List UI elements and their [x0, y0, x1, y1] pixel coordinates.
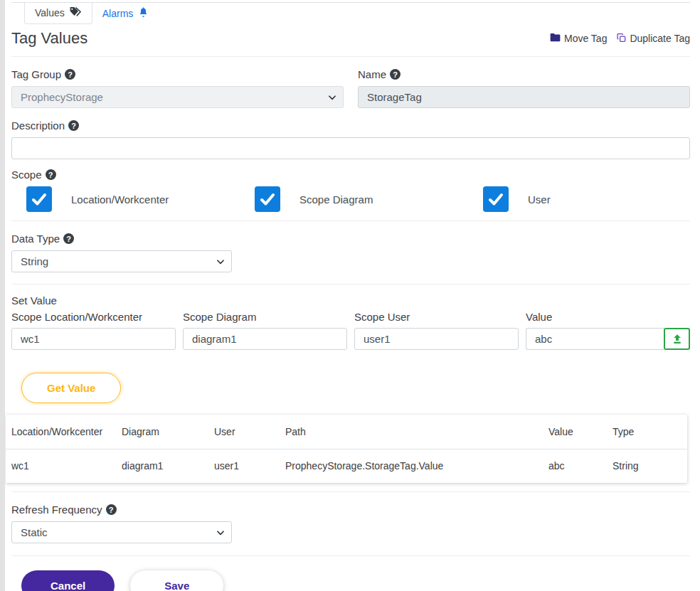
tab-alarms-label: Alarms — [102, 8, 134, 19]
check-icon — [487, 191, 504, 208]
scope-option-label: User — [528, 193, 551, 206]
description-label-row: Description — [11, 119, 690, 132]
taggroup-name-row: Tag Group ProphecyStorage Name — [11, 57, 690, 108]
scope-option-label: Scope Diagram — [299, 193, 373, 206]
value-label: Value — [526, 311, 690, 323]
scope-diagram-input[interactable] — [183, 328, 347, 350]
data-type-select[interactable]: String — [11, 250, 232, 272]
table-row: wc1 diagram1 user1 ProphecyStorage.Stora… — [6, 449, 687, 483]
scope-location-workcenter-label: Scope Location/Workcenter — [11, 311, 176, 323]
data-type-label: Data Type — [11, 233, 60, 245]
scope-diagram-checkbox[interactable] — [255, 186, 280, 212]
name-label: Name — [358, 68, 386, 80]
tab-values[interactable]: Values — [24, 3, 92, 24]
question-circle-icon[interactable] — [390, 69, 401, 80]
user-checkbox[interactable] — [483, 186, 509, 212]
scope-options: Location/Workcenter Scope Diagram User — [11, 186, 690, 212]
divider — [11, 555, 690, 556]
refresh-frequency-label: Refresh Frequency — [11, 504, 102, 516]
col-value: Value — [543, 415, 607, 449]
scope-user-label: Scope User — [354, 311, 519, 323]
title-row: Tag Values Move Tag Duplicate Tag — [11, 29, 690, 48]
col-diagram: Diagram — [116, 415, 208, 449]
duplicate-tag-label: Duplicate Tag — [630, 33, 690, 44]
scope-label: Scope — [11, 169, 42, 181]
save-button[interactable]: Save — [130, 570, 223, 591]
question-circle-icon[interactable] — [63, 233, 74, 244]
col-user: User — [208, 415, 280, 449]
name-input — [358, 86, 690, 108]
scope-option-location-workcenter: Location/Workcenter — [11, 186, 240, 212]
value-upload-button[interactable] — [664, 328, 690, 350]
question-circle-icon[interactable] — [65, 69, 75, 80]
divider — [11, 220, 690, 221]
scope-diagram-label: Scope Diagram — [183, 311, 347, 323]
page-title: Tag Values — [11, 29, 88, 48]
form-actions: Cancel Save — [21, 570, 690, 591]
move-tag-label: Move Tag — [564, 33, 607, 44]
get-value-button[interactable]: Get Value — [21, 373, 121, 403]
move-tag-button[interactable]: Move Tag — [550, 33, 607, 44]
scope-location-workcenter-input[interactable] — [11, 328, 176, 350]
folder-icon — [550, 33, 561, 44]
location-workcenter-checkbox[interactable] — [26, 186, 52, 212]
tag-group-label: Tag Group — [11, 68, 61, 80]
header-actions: Move Tag Duplicate Tag — [550, 33, 690, 45]
cell-value: abc — [543, 449, 607, 483]
cell-user: user1 — [208, 449, 280, 483]
copy-icon — [617, 33, 626, 45]
tags-icon — [70, 6, 82, 19]
name-label-row: Name — [358, 68, 690, 80]
refresh-frequency-select[interactable]: Static — [11, 521, 232, 543]
scope-user-input[interactable] — [354, 328, 519, 350]
divider — [11, 284, 690, 284]
scope-label-row: Scope — [11, 169, 690, 181]
cell-path: ProphecyStorage.StorageTag.Value — [280, 449, 543, 483]
left-rail — [0, 0, 5, 591]
col-path: Path — [280, 415, 543, 449]
cell-diagram: diagram1 — [116, 449, 208, 483]
refresh-frequency-label-row: Refresh Frequency — [11, 504, 690, 516]
table-header-row: Location/Workcenter Diagram User Path Va… — [6, 415, 687, 449]
col-type: Type — [607, 415, 687, 449]
divider — [11, 491, 690, 492]
duplicate-tag-button[interactable]: Duplicate Tag — [617, 33, 690, 45]
check-icon — [259, 191, 276, 208]
question-circle-icon[interactable] — [46, 169, 56, 180]
upload-icon — [672, 334, 683, 345]
page-content: Values Alarms Tag Values — [5, 2, 700, 591]
col-location-workcenter: Location/Workcenter — [6, 415, 116, 449]
tab-values-label: Values — [35, 7, 65, 18]
cancel-button[interactable]: Cancel — [21, 570, 115, 591]
scope-option-diagram: Scope Diagram — [240, 186, 468, 212]
results-table-card: Location/Workcenter Diagram User Path Va… — [6, 415, 687, 483]
question-circle-icon[interactable] — [106, 504, 117, 515]
scope-option-label: Location/Workcenter — [71, 193, 169, 206]
check-icon — [31, 191, 48, 208]
tab-bar: Values Alarms — [11, 2, 690, 24]
value-input[interactable] — [526, 328, 664, 350]
question-circle-icon[interactable] — [68, 120, 79, 131]
scope-option-user: User — [468, 186, 696, 212]
set-value-label: Set Value — [11, 294, 690, 307]
bell-icon — [138, 6, 149, 20]
tab-alarms[interactable]: Alarms — [92, 3, 159, 24]
tag-group-select: ProphecyStorage — [11, 86, 344, 108]
cell-location-workcenter: wc1 — [6, 449, 116, 483]
tag-group-label-row: Tag Group — [11, 68, 344, 80]
data-type-label-row: Data Type — [11, 233, 690, 245]
cell-type: String — [607, 449, 687, 483]
results-table: Location/Workcenter Diagram User Path Va… — [6, 415, 687, 483]
description-input[interactable] — [11, 137, 690, 159]
set-value-fields: Scope Location/Workcenter Scope Diagram … — [11, 311, 690, 350]
description-label: Description — [11, 119, 65, 132]
